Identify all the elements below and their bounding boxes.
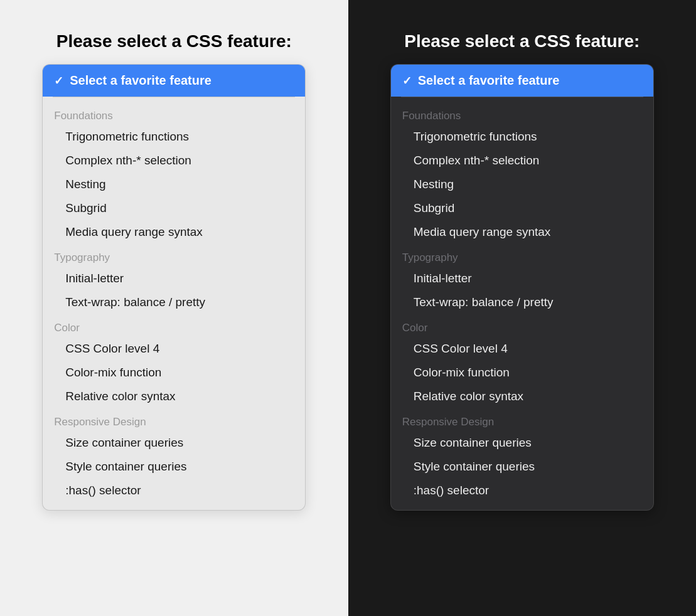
dark-panel: Please select a CSS feature: ✓ Select a … (348, 0, 697, 616)
list-item[interactable]: Text-wrap: balance / pretty (43, 290, 305, 314)
list-item[interactable]: CSS Color level 4 (43, 337, 305, 361)
light-group-color: Color (43, 314, 305, 337)
list-item[interactable]: Subgrid (43, 196, 305, 220)
list-item[interactable]: Trigonometric functions (43, 125, 305, 149)
list-item[interactable]: :has() selector (43, 479, 305, 502)
light-group-responsive: Responsive Design (43, 408, 305, 431)
dark-group-foundations: Foundations (391, 102, 653, 125)
dark-selected-label: Select a favorite feature (418, 73, 560, 88)
list-item[interactable]: Trigonometric functions (391, 125, 653, 149)
dark-group-typography: Typography (391, 244, 653, 267)
light-group-typography: Typography (43, 244, 305, 267)
list-item[interactable]: Size container queries (43, 431, 305, 455)
light-group-foundations: Foundations (43, 102, 305, 125)
light-checkmark-icon: ✓ (54, 74, 63, 88)
list-item[interactable]: Nesting (43, 173, 305, 196)
light-panel-title: Please select a CSS feature: (56, 31, 292, 51)
list-item[interactable]: CSS Color level 4 (391, 337, 653, 361)
light-panel: Please select a CSS feature: ✓ Select a … (0, 0, 348, 616)
dark-checkmark-icon: ✓ (402, 74, 412, 88)
light-select-box[interactable]: ✓ Select a favorite feature Foundations … (42, 64, 306, 511)
dark-selected-item[interactable]: ✓ Select a favorite feature (391, 65, 653, 97)
list-item[interactable]: :has() selector (391, 479, 653, 502)
list-item[interactable]: Subgrid (391, 196, 653, 220)
list-item[interactable]: Style container queries (391, 455, 653, 479)
dark-options-list: Foundations Trigonometric functions Comp… (391, 97, 653, 510)
list-item[interactable]: Media query range syntax (391, 220, 653, 244)
list-item[interactable]: Nesting (391, 173, 653, 196)
list-item[interactable]: Complex nth-* selection (391, 149, 653, 173)
list-item[interactable]: Size container queries (391, 431, 653, 455)
list-item[interactable]: Relative color syntax (391, 385, 653, 408)
list-item[interactable]: Color-mix function (43, 361, 305, 385)
list-item[interactable]: Color-mix function (391, 361, 653, 385)
dark-select-box[interactable]: ✓ Select a favorite feature Foundations … (390, 64, 654, 511)
dark-group-responsive: Responsive Design (391, 408, 653, 431)
list-item[interactable]: Style container queries (43, 455, 305, 479)
light-selected-item[interactable]: ✓ Select a favorite feature (43, 65, 305, 97)
list-item[interactable]: Initial-letter (391, 267, 653, 290)
dark-panel-title: Please select a CSS feature: (404, 31, 640, 51)
light-selected-label: Select a favorite feature (70, 73, 211, 88)
dark-group-color: Color (391, 314, 653, 337)
list-item[interactable]: Media query range syntax (43, 220, 305, 244)
light-options-list: Foundations Trigonometric functions Comp… (43, 97, 305, 510)
list-item[interactable]: Text-wrap: balance / pretty (391, 290, 653, 314)
list-item[interactable]: Relative color syntax (43, 385, 305, 408)
list-item[interactable]: Initial-letter (43, 267, 305, 290)
list-item[interactable]: Complex nth-* selection (43, 149, 305, 173)
